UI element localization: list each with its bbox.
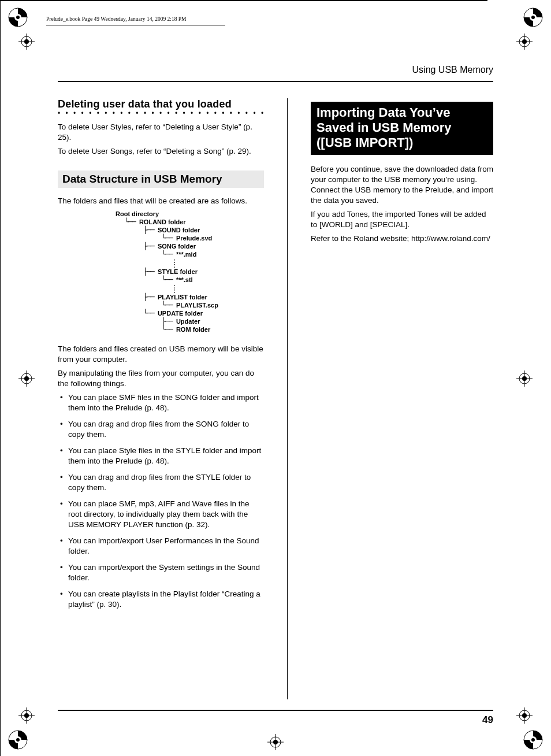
list-item: You can import/export User Performances … xyxy=(58,536,264,557)
body-text: Before you continue, save the downloaded… xyxy=(311,164,493,206)
body-text: To delete User Styles, refer to “Deletin… xyxy=(58,122,264,143)
tree-leaf: ├── Updater xyxy=(162,317,264,325)
registration-mark-icon xyxy=(18,370,35,387)
tree-node: ├── SONG folder xyxy=(143,242,264,250)
tree-leaf: └── PLAYLIST.scp xyxy=(162,301,264,309)
body-text: The folders and files created on USB mem… xyxy=(58,344,264,365)
right-column: Importing Data You’ve Saved in USB Memor… xyxy=(311,98,493,699)
registration-mark-icon xyxy=(516,34,533,50)
registration-mark-icon xyxy=(18,707,35,724)
page-number: 49 xyxy=(482,714,493,726)
section-heading: Deleting user data that you loaded xyxy=(58,98,264,110)
registration-mark-icon xyxy=(18,34,35,50)
body-text: Refer to the Roland website; http://www.… xyxy=(311,234,493,244)
tree-node: ├── SOUND folder xyxy=(143,226,264,234)
registration-mark-icon xyxy=(516,707,533,724)
pinwheel-icon xyxy=(8,8,28,27)
tree-node-root: Root directory xyxy=(116,210,264,218)
columns: Deleting user data that you loaded • • •… xyxy=(58,98,493,699)
crop-rule-bottom xyxy=(0,1,487,1)
tree-leaf: └── ***.stl xyxy=(162,276,264,284)
header-rule xyxy=(58,81,493,82)
list-item: You can drag and drop files from the STY… xyxy=(58,472,264,493)
column-divider xyxy=(287,98,288,699)
registration-mark-icon xyxy=(516,370,533,387)
content-area: Using USB Memory Deleting user data that… xyxy=(58,65,493,699)
footer-rule xyxy=(58,710,493,711)
folder-tree: Root directory └── ROLAND folder ├── SOU… xyxy=(58,210,264,333)
body-text: The folders and files that will be creat… xyxy=(58,196,264,206)
page: Prelude_e.book Page 49 Wednesday, Januar… xyxy=(0,0,551,756)
subheading-box: Data Structure in USB Memory xyxy=(58,171,264,188)
list-item: You can drag and drop files from the SON… xyxy=(58,419,264,440)
svg-point-5 xyxy=(531,16,535,19)
tree-leaf: └── ***.mid xyxy=(162,250,264,258)
registration-mark-icon xyxy=(267,734,284,750)
svg-point-8 xyxy=(16,738,20,742)
body-text: By manipulating the files from your comp… xyxy=(58,368,264,389)
list-item: You can place SMF, mp3, AIFF and Wave fi… xyxy=(58,499,264,530)
section-heading-inverse: Importing Data You’ve Saved in USB Memor… xyxy=(311,102,493,155)
ebook-header: Prelude_e.book Page 49 Wednesday, Januar… xyxy=(46,16,187,22)
tree-node: └── UPDATE folder xyxy=(143,309,264,317)
pinwheel-icon xyxy=(8,730,28,750)
list-item: You can import/export the System setting… xyxy=(58,562,264,583)
body-text: To delete User Songs, refer to “Deleting… xyxy=(58,146,264,157)
pinwheel-icon xyxy=(523,8,543,27)
left-column: Deleting user data that you loaded • • •… xyxy=(58,98,264,699)
bullet-list: You can place SMF files in the SONG fold… xyxy=(58,392,264,610)
list-item: You can place Style files in the STYLE f… xyxy=(58,446,264,466)
list-item: You can create playlists in the Playlist… xyxy=(58,589,264,610)
tree-node: ├── STYLE folder xyxy=(143,268,264,276)
svg-point-11 xyxy=(531,738,535,742)
list-item: You can place SMF files in the SONG fold… xyxy=(58,392,264,413)
crop-rule-left xyxy=(0,1,1,731)
tree-leaf: └── Prelude.svd xyxy=(162,234,264,242)
tree-node: └── ROLAND folder xyxy=(125,218,264,226)
svg-point-2 xyxy=(16,16,20,19)
dotted-rule: • • • • • • • • • • • • • • • • • • • • … xyxy=(58,112,264,115)
pinwheel-icon xyxy=(523,730,543,750)
body-text: If you add Tones, the imported Tones wil… xyxy=(311,209,493,230)
running-head: Using USB Memory xyxy=(58,65,493,75)
tree-node: ├── PLAYLIST folder xyxy=(143,293,264,301)
crop-rule-right xyxy=(0,731,1,756)
tree-leaf: └── ROM folder xyxy=(162,325,264,333)
ebook-header-rule xyxy=(46,25,225,25)
